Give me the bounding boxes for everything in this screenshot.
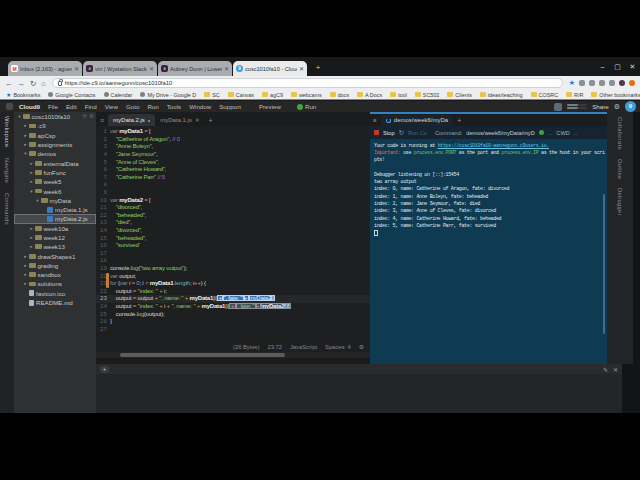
new-tab-button[interactable]: + [312,62,324,74]
tree-arrow-icon[interactable]: ▸ [29,226,34,231]
indent-setting[interactable]: Spaces: 4 [325,344,351,350]
tree-item[interactable]: ▾demos [14,149,96,158]
bookmark-item[interactable]: SC [204,92,220,98]
bookmark-item[interactable]: docs [330,92,349,98]
tree-arrow-icon[interactable]: ▸ [23,142,28,147]
share-button[interactable]: Share [592,103,609,110]
bookmark-item[interactable]: Canvas [228,92,254,98]
menu-item-tools[interactable]: Tools [167,103,181,110]
debug-toggle-icon[interactable] [539,130,544,135]
new-console-tab-button[interactable]: + [100,366,109,373]
run-config-button[interactable]: Run Co [408,130,427,136]
tree-item[interactable]: ▸week10a [14,224,96,233]
bookmark-item[interactable]: Calendar [104,92,133,98]
editor-tab[interactable]: myData.1.js✕ [155,114,204,126]
tree-arrow-icon[interactable]: ▾ [29,189,34,194]
extension-icon[interactable] [589,80,595,86]
tree-item[interactable]: ▸funFunc [14,168,96,177]
stop-button[interactable]: Stop [383,130,395,136]
browser-tab[interactable]: #vm | Wystation Slack✕ [83,61,157,76]
command-input[interactable]: demos/week6/myData/myD [466,130,534,136]
bookmark-item[interactable]: agC9 [262,92,283,98]
bookmark-item[interactable]: ★Bookmarks [6,91,40,98]
tree-item[interactable]: ▸grading [14,261,96,270]
tab-close-icon[interactable]: ✕ [224,65,229,72]
horizontal-scrollbar[interactable] [96,352,370,358]
tree-item[interactable]: ▾myData [14,196,96,205]
cloud9-home-icon[interactable] [6,103,13,110]
tree-arrow-icon[interactable]: ▸ [23,272,28,277]
tree-item[interactable]: README.md [14,298,96,307]
profile-icon[interactable] [619,80,625,86]
console-body[interactable] [96,374,622,413]
tree-item[interactable]: favicon.ico [14,289,96,298]
tree-item[interactable]: myData.2.js [14,214,96,223]
editor-tab[interactable]: myData.2.js● [108,114,155,126]
home-icon[interactable]: ⌂ [41,79,46,88]
menu-item-window[interactable]: Window [189,103,211,110]
editor-tab-close-icon[interactable]: ✕ [195,117,200,123]
tree-item[interactable]: ▸.c9 [14,121,96,130]
extension-icon[interactable] [579,80,585,86]
extension-icon[interactable] [609,80,615,86]
runner-panel[interactable]: ≡ demos/week6/myDa + Stop ↻ Run Co Comma… [370,112,607,364]
tree-item[interactable]: ▸assignments [14,140,96,149]
cursor-position[interactable]: 23:72 [267,344,282,350]
tree-item[interactable]: ▸sandbox [14,270,96,279]
browser-tab[interactable]: 9cosc1010fa10 - Cloud9✕ [233,61,307,76]
tree-arrow-icon[interactable]: ▾ [35,198,40,203]
cwd-button[interactable]: CWD [556,130,569,136]
tree-refresh-icon[interactable]: ⟳ [82,113,87,119]
tree-arrow-icon[interactable]: ▾ [23,151,28,156]
browser-menu-icon[interactable] [629,80,635,86]
tab-close-icon[interactable]: ✕ [149,65,154,72]
bookmark-item[interactable]: A Docs [357,92,382,98]
menu-item-support[interactable]: Support [219,103,241,110]
new-editor-tab-button[interactable]: + [209,117,213,124]
tree-arrow-icon[interactable]: ▸ [29,179,34,184]
bookmark-item[interactable]: tool [390,92,407,98]
bookmark-item[interactable]: ideas/teaching [480,92,523,98]
tree-item[interactable]: ▸week12 [14,233,96,242]
menu-item-goto[interactable]: Goto [126,103,139,110]
minimize-button[interactable]: – [595,63,610,70]
url-field[interactable]: https://ide.c9.io/aannegunn/cosc1010fa10 [52,78,563,88]
terminal-output[interactable]: Your code is running at https://cosc1010… [370,139,607,240]
new-runner-tab-button[interactable]: + [457,117,461,124]
tree-arrow-icon[interactable]: ▸ [23,254,28,259]
other-bookmarks-button[interactable]: Other bookmarks [591,92,640,98]
scrollbar-thumb[interactable] [120,353,285,357]
settings-gear-icon[interactable]: ⚙ [614,103,620,111]
restart-icon[interactable]: ↻ [399,129,404,137]
panel-list-icon[interactable]: ≡ [373,117,377,124]
tree-item[interactable]: myData.1.js [14,205,96,214]
tree-item[interactable]: ▸week5 [14,177,96,186]
tree-item[interactable]: ▾week6 [14,186,96,195]
run-button[interactable]: Run [297,103,316,110]
tree-arrow-icon[interactable]: ▸ [23,281,28,286]
runner-options-icon[interactable]: ... [548,130,553,136]
bookmark-item[interactable]: SC502 [415,92,439,98]
bookmark-item[interactable]: Clients [447,92,471,98]
bookmark-item[interactable]: webcams [291,92,322,98]
menu-item-cloud9[interactable]: Cloud9 [19,103,40,110]
code-area[interactable]: 1var myData1 = [2 "Catherine of Aragon",… [96,126,370,341]
menu-item-run[interactable]: Run [147,103,158,110]
browser-tab[interactable]: #Aubrey Dunn | Lower COSC Slack✕ [158,61,232,76]
tree-item[interactable]: ▸solutions [14,279,96,288]
tree-arrow-icon[interactable]: ▸ [23,123,28,128]
terminal-scrollbar[interactable] [603,194,605,334]
runner-tab[interactable]: demos/week6/myDa [381,115,453,126]
tree-arrow-icon[interactable]: ▸ [29,235,34,240]
bookmark-item[interactable]: COSRC [531,92,558,98]
preview-button[interactable]: Preview [259,103,281,110]
restore-button[interactable]: ▢ [610,63,625,71]
browser-tab[interactable]: MInbox (2,163) - aguerr@sherpr✕ [8,61,82,76]
bookmark-item[interactable]: My Drive - Google D [140,92,196,98]
tree-arrow-icon[interactable]: ▸ [29,170,34,175]
forward-icon[interactable]: → [18,79,26,88]
tree-settings-icon[interactable]: ⚙ [89,113,94,119]
menu-item-edit[interactable]: Edit [66,103,77,110]
tree-arrow-icon[interactable]: ▸ [29,161,34,166]
code-editor[interactable]: ≡ myData.2.js●myData.1.js✕+ 1var myData1… [96,112,370,364]
